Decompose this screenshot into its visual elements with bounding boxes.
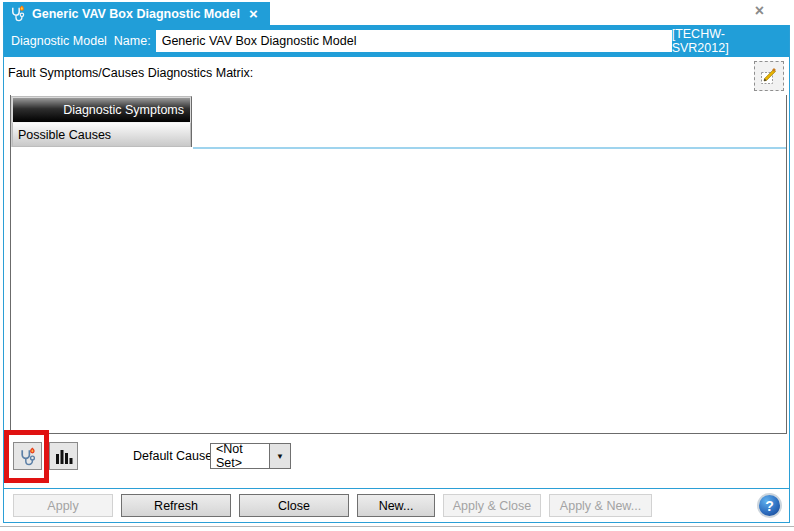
edit-matrix-pencil-icon [759, 66, 779, 86]
chevron-down-icon[interactable]: ▼ [270, 443, 291, 469]
matrix-header-block: Diagnostic Symptoms Possible Causes [11, 96, 192, 147]
diagnostic-model-name-label: Diagnostic Model Name: [11, 34, 151, 48]
server-badge: [TECHW-SVR2012] [672, 27, 781, 55]
stethoscope-alarm-icon [18, 447, 37, 466]
window-body: Diagnostic Model Name: [TECHW-SVR2012] F… [3, 25, 790, 523]
window-close-icon[interactable]: × [755, 1, 764, 21]
default-cause-dropdown[interactable]: <Not Set> ▼ [210, 443, 291, 469]
help-button[interactable]: ? [757, 493, 782, 518]
apply-and-new-button: Apply & New... [549, 494, 652, 517]
header-bar: Diagnostic Model Name: [TECHW-SVR2012] [4, 25, 789, 57]
default-cause-value[interactable]: <Not Set> [210, 443, 270, 469]
button-bar: Apply Refresh Close New... Apply & Close… [4, 489, 789, 522]
matrix-section-label: Fault Symptoms/Causes Diagnostics Matrix… [8, 66, 253, 80]
window-bottom-shadow [0, 526, 794, 527]
refresh-button[interactable]: Refresh [121, 494, 231, 517]
chart-view-button[interactable] [49, 442, 78, 470]
tab-generic-vav-box-diagnostic-model[interactable]: Generic VAV Box Diagnostic Model × [3, 2, 270, 25]
tab-title: Generic VAV Box Diagnostic Model [32, 7, 240, 21]
possible-causes-header: Possible Causes [12, 122, 191, 147]
tab-close-icon[interactable]: × [249, 6, 258, 21]
content-area: Fault Symptoms/Causes Diagnostics Matrix… [4, 57, 789, 489]
apply-button: Apply [13, 494, 113, 517]
diagnostic-view-button[interactable] [13, 442, 42, 470]
screen: Generic VAV Box Diagnostic Model × × Dia… [0, 0, 794, 531]
tab-strip: Generic VAV Box Diagnostic Model × × [3, 0, 790, 25]
apply-and-close-button: Apply & Close [443, 494, 541, 517]
question-mark-icon: ? [765, 498, 774, 514]
edit-matrix-button[interactable] [754, 61, 784, 91]
diagnostic-model-name-input[interactable] [156, 30, 672, 52]
stethoscope-alarm-icon [9, 5, 26, 22]
close-button[interactable]: Close [239, 494, 349, 517]
diagnostic-model-window: Generic VAV Box Diagnostic Model × × Dia… [3, 0, 790, 524]
bar-chart-icon [54, 448, 73, 465]
new-button[interactable]: New... [357, 494, 435, 517]
diagnostic-symptoms-header: Diagnostic Symptoms [12, 97, 191, 122]
default-cause-label: Default Cause: [133, 449, 216, 463]
matrix-freeze-line [193, 147, 786, 149]
diagnostics-matrix-grid: Diagnostic Symptoms Possible Causes [10, 95, 787, 434]
